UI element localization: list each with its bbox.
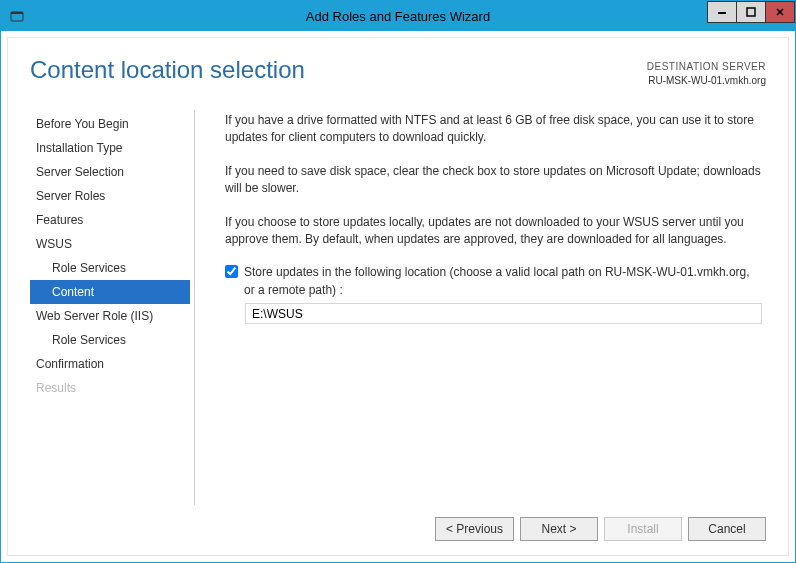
previous-button[interactable]: < Previous — [435, 517, 514, 541]
wizard-footer: < Previous Next > Install Cancel — [30, 505, 766, 541]
sidebar-item-features[interactable]: Features — [30, 208, 190, 232]
app-icon — [9, 8, 25, 24]
body-row: Before You BeginInstallation TypeServer … — [30, 110, 766, 505]
sidebar-item-wsus[interactable]: WSUS — [30, 232, 190, 256]
store-path-input[interactable] — [245, 303, 762, 324]
page-title: Content location selection — [30, 56, 305, 84]
close-button[interactable] — [765, 1, 795, 23]
wizard-steps-sidebar: Before You BeginInstallation TypeServer … — [30, 110, 195, 505]
sidebar-item-results: Results — [30, 376, 190, 400]
cancel-button[interactable]: Cancel — [688, 517, 766, 541]
maximize-button[interactable] — [736, 1, 766, 23]
destination-server: RU-MSK-WU-01.vmkh.org — [647, 74, 766, 88]
store-updates-row: Store updates in the following location … — [225, 264, 762, 299]
window-title: Add Roles and Features Wizard — [1, 9, 795, 24]
wizard-body: Content location selection DESTINATION S… — [7, 37, 789, 556]
sidebar-item-confirmation[interactable]: Confirmation — [30, 352, 190, 376]
sidebar-item-server-selection[interactable]: Server Selection — [30, 160, 190, 184]
main-panel: If you have a drive formatted with NTFS … — [195, 110, 766, 505]
sidebar-item-role-services[interactable]: Role Services — [30, 256, 190, 280]
install-button[interactable]: Install — [604, 517, 682, 541]
next-button[interactable]: Next > — [520, 517, 598, 541]
destination-label: DESTINATION SERVER — [647, 60, 766, 74]
titlebar: Add Roles and Features Wizard — [1, 1, 795, 31]
content-wrap: Content location selection DESTINATION S… — [1, 31, 795, 562]
sidebar-item-content[interactable]: Content — [30, 280, 190, 304]
sidebar-item-installation-type[interactable]: Installation Type — [30, 136, 190, 160]
wizard-window: Add Roles and Features Wizard Content lo… — [0, 0, 796, 563]
svg-rect-2 — [718, 12, 726, 14]
window-controls — [708, 1, 795, 23]
sidebar-item-web-server-role-iis[interactable]: Web Server Role (IIS) — [30, 304, 190, 328]
svg-rect-1 — [11, 12, 23, 14]
store-updates-label[interactable]: Store updates in the following location … — [244, 264, 762, 299]
svg-rect-3 — [747, 8, 755, 16]
intro-paragraph-3: If you choose to store updates locally, … — [225, 214, 762, 249]
header-row: Content location selection DESTINATION S… — [30, 56, 766, 88]
sidebar-item-before-you-begin[interactable]: Before You Begin — [30, 112, 190, 136]
store-updates-checkbox[interactable] — [225, 265, 238, 278]
minimize-button[interactable] — [707, 1, 737, 23]
intro-paragraph-2: If you need to save disk space, clear th… — [225, 163, 762, 198]
sidebar-item-role-services[interactable]: Role Services — [30, 328, 190, 352]
destination-block: DESTINATION SERVER RU-MSK-WU-01.vmkh.org — [647, 60, 766, 88]
sidebar-item-server-roles[interactable]: Server Roles — [30, 184, 190, 208]
intro-paragraph-1: If you have a drive formatted with NTFS … — [225, 112, 762, 147]
